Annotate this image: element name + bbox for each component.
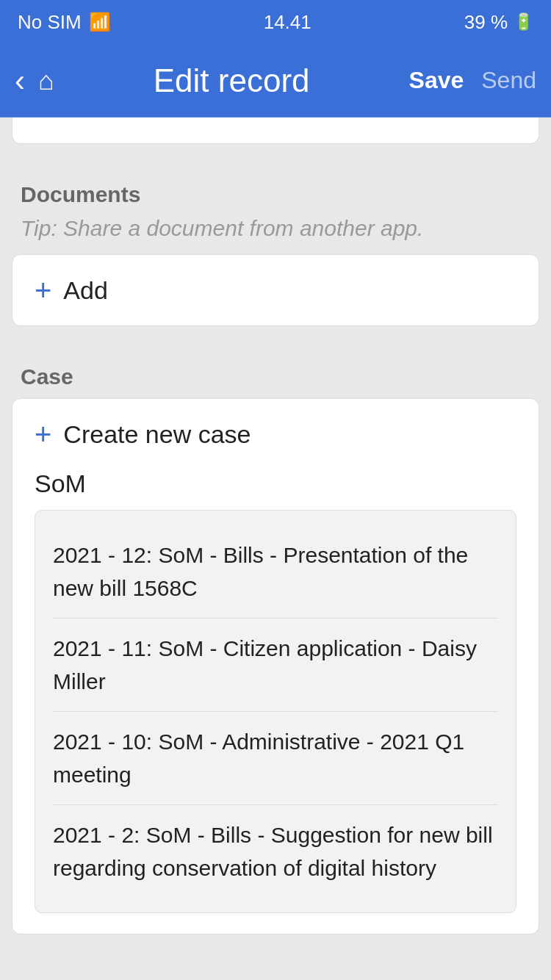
add-document-label: Add bbox=[63, 276, 108, 305]
case-item-text-1: 2021 - 12: SoM - Bills - Presentation of… bbox=[53, 543, 468, 600]
case-card: + Create new case SoM 2021 - 12: SoM - B… bbox=[12, 398, 539, 934]
back-button[interactable]: ‹ bbox=[15, 63, 25, 98]
status-bar-right: 39 % 🔋 bbox=[464, 11, 533, 34]
battery-icon: 🔋 bbox=[514, 12, 533, 32]
status-bar: No SIM 📶 14.41 39 % 🔋 bbox=[0, 0, 551, 44]
nav-bar: ‹ ⌂ Edit record Save Send bbox=[0, 44, 551, 118]
list-item[interactable]: 2021 - 12: SoM - Bills - Presentation of… bbox=[53, 525, 498, 619]
home-button[interactable]: ⌂ bbox=[38, 65, 54, 96]
list-item[interactable]: 2021 - 11: SoM - Citizen application - D… bbox=[53, 619, 498, 712]
case-item-text-4: 2021 - 2: SoM - Bills - Suggestion for n… bbox=[53, 823, 493, 880]
status-bar-left: No SIM 📶 bbox=[18, 11, 111, 34]
add-document-plus-icon: + bbox=[35, 275, 51, 305]
top-card-partial bbox=[12, 118, 539, 144]
wifi-icon: 📶 bbox=[89, 12, 111, 32]
carrier-label: No SIM bbox=[18, 11, 82, 34]
list-item[interactable]: 2021 - 10: SoM - Administrative - 2021 Q… bbox=[53, 712, 498, 805]
create-new-case-row[interactable]: + Create new case bbox=[35, 419, 516, 449]
case-item-text-3: 2021 - 10: SoM - Administrative - 2021 Q… bbox=[53, 729, 464, 787]
status-bar-time: 14.41 bbox=[264, 11, 311, 34]
documents-section-label: Documents bbox=[0, 162, 551, 216]
case-section-label: Case bbox=[0, 344, 551, 398]
bottom-padding bbox=[0, 934, 551, 964]
case-items-box: 2021 - 12: SoM - Bills - Presentation of… bbox=[35, 510, 516, 913]
save-button[interactable]: Save bbox=[409, 67, 464, 94]
send-button[interactable]: Send bbox=[481, 67, 536, 94]
nav-left: ‹ ⌂ bbox=[15, 63, 54, 98]
page-title: Edit record bbox=[54, 62, 409, 99]
documents-card: + Add bbox=[12, 254, 539, 326]
create-new-case-label: Create new case bbox=[63, 420, 251, 449]
scroll-content: Documents Tip: Share a document from ano… bbox=[0, 118, 551, 964]
create-new-case-plus-icon: + bbox=[35, 419, 51, 449]
case-item-text-2: 2021 - 11: SoM - Citizen application - D… bbox=[53, 636, 477, 693]
battery-label: 39 % bbox=[464, 11, 508, 34]
nav-right: Save Send bbox=[409, 67, 536, 94]
case-group-label: SoM bbox=[35, 469, 516, 498]
add-document-row[interactable]: + Add bbox=[12, 255, 539, 325]
documents-tip: Tip: Share a document from another app. bbox=[0, 216, 551, 254]
case-gap bbox=[0, 326, 551, 344]
list-item[interactable]: 2021 - 2: SoM - Bills - Suggestion for n… bbox=[53, 805, 498, 898]
documents-gap bbox=[0, 144, 551, 162]
